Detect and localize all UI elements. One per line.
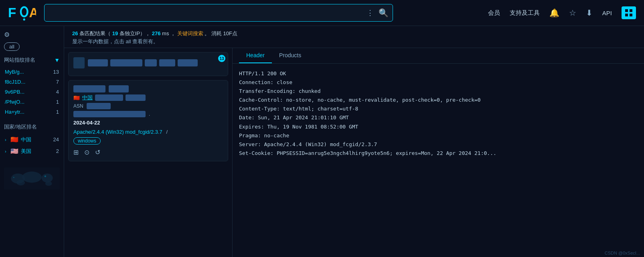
refresh-button[interactable]: ↺ — [95, 149, 100, 156]
nav-member[interactable]: 会员 — [488, 9, 500, 17]
filter-icon[interactable]: ⚙ — [4, 31, 10, 38]
fingerprint-item[interactable]: /PfwjO...1 — [4, 97, 60, 107]
domain-tag[interactable] — [159, 59, 175, 66]
fingerprint-item[interactable]: Ha+ytr...1 — [4, 107, 60, 117]
search-bar[interactable]: app="LANWON-临床浏览系统" ⋮ 🔍 — [44, 4, 393, 22]
header-line: HTTP/1.1 200 OK — [239, 69, 638, 78]
grid-icon — [625, 9, 633, 17]
os-tag: windows — [73, 137, 101, 145]
tab-header[interactable]: Header — [239, 48, 272, 63]
svg-point-2 — [22, 8, 26, 16]
country-item[interactable]: › 🇺🇸 美国 2 — [4, 145, 60, 157]
country-flag: 🇨🇳 — [73, 95, 80, 101]
content-area: 26 条匹配结果（ 19 条独立IP）， 276 ms ， 关键词搜索 。 消耗… — [64, 26, 644, 257]
host-row: . — [73, 111, 223, 117]
domain-tag[interactable] — [145, 59, 157, 66]
bell-icon[interactable]: 🔔 — [549, 8, 559, 18]
tag-all[interactable]: all — [4, 42, 20, 51]
tabs-row: Header Products — [233, 48, 644, 64]
ip-extra[interactable] — [109, 85, 129, 92]
rank-filter-icon[interactable]: ▼ — [54, 57, 60, 63]
header-line: Expires: Thu, 19 Nov 1981 08:52:00 GMT — [239, 122, 638, 131]
header-line: Set-Cookie: PHPSESSID=anrug5e3ngch4lhirg… — [239, 149, 638, 158]
country-item[interactable]: › 🇨🇳 中国 24 — [4, 134, 60, 145]
header-line: Transfer-Encoding: chunked — [239, 87, 638, 96]
results-main: 13 🇨🇳 中国 — [64, 48, 644, 257]
os-tag-container: windows — [73, 137, 223, 145]
nav-support[interactable]: 支持及工具 — [510, 9, 540, 17]
date-row: 2024-04-22 — [73, 120, 223, 126]
card-actions: ⊞ ⊙ ↺ — [73, 149, 223, 156]
3d-view-button[interactable]: ⊙ — [84, 149, 89, 156]
unique-ip-count: 19 — [112, 30, 118, 36]
header-line: Connection: close — [239, 78, 638, 87]
logo[interactable]: F A — [8, 3, 36, 23]
country-list: › 🇨🇳 中国 24 › 🇺🇸 美国 2 — [4, 134, 60, 157]
keyword-search-link[interactable]: 关键词搜索 — [177, 30, 203, 36]
grid-view-button[interactable] — [622, 6, 636, 19]
svg-point-14 — [45, 181, 52, 186]
host-value — [73, 111, 146, 117]
header-line: Pragma: no-cache — [239, 131, 638, 140]
svg-rect-8 — [630, 14, 632, 16]
header-line: Date: Sun, 21 Apr 2024 21:01:10 GMT — [239, 113, 638, 122]
filter-row: ⚙ — [4, 31, 60, 38]
domain-tag[interactable] — [178, 59, 198, 66]
results-list: 13 🇨🇳 中国 — [64, 48, 233, 257]
search-input[interactable]: app="LANWON-临床浏览系统" — [49, 10, 367, 16]
search-button[interactable]: 🔍 — [379, 8, 389, 18]
svg-rect-6 — [630, 9, 632, 12]
code-view-button[interactable]: ⊞ — [73, 149, 79, 156]
card1-top: 13 — [73, 57, 223, 68]
total-count: 26 — [72, 30, 78, 36]
ip-value[interactable] — [73, 85, 105, 92]
country-row: 🇨🇳 中国 — [73, 94, 223, 101]
asn-label: ASN — [73, 103, 83, 109]
svg-point-12 — [42, 173, 53, 182]
download-icon[interactable]: ⬇ — [586, 8, 593, 18]
server-value: Apache/2.4.4 (Win32) mod_fcgid/2.3.7 — [73, 129, 162, 135]
domain-tag[interactable] — [110, 59, 142, 66]
star-icon[interactable]: ☆ — [569, 8, 576, 18]
svg-point-15 — [45, 175, 46, 177]
fingerprint-item[interactable]: f8cJ1D...7 — [4, 77, 60, 87]
svg-point-4 — [23, 18, 25, 20]
nav-right: 会员 支持及工具 🔔 ☆ ⬇ API — [488, 6, 636, 19]
svg-point-11 — [22, 172, 42, 183]
sidebar: ⚙ all 网站指纹排名 ▼ MyB/g...13f8cJ1D...79v6PB… — [0, 26, 64, 257]
ip-row — [73, 85, 223, 92]
svg-rect-5 — [625, 9, 628, 12]
header-line: Cache-Control: no-store, no-cache, must-… — [239, 96, 638, 104]
asn-row: ASN — [73, 103, 223, 109]
country-link[interactable]: 中国 — [82, 94, 93, 101]
isp-blurred — [95, 94, 123, 101]
main-layout: ⚙ all 网站指纹排名 ▼ MyB/g...13f8cJ1D...79v6PB… — [0, 26, 644, 257]
country-rank-title: 国家/地区排名 — [4, 123, 60, 131]
asn-value — [87, 103, 111, 109]
results-summary: 26 条匹配结果（ 19 条独立IP）， 276 ms ， 关键词搜索 。 消耗… — [72, 30, 636, 37]
tab-products[interactable]: Products — [272, 48, 308, 63]
card1-thumb — [73, 57, 85, 68]
server-info: Apache/2.4.4 (Win32) mod_fcgid/2.3.7 / — [73, 129, 223, 135]
time-ms: 276 — [152, 30, 161, 36]
nav-api[interactable]: API — [602, 10, 612, 16]
website-rank-title: 网站指纹排名 ▼ — [4, 56, 60, 64]
header-line: Content-Type: text/html; charset=utf-8 — [239, 104, 638, 113]
city-blurred — [126, 94, 146, 101]
navbar: F A app="LANWON-临床浏览系统" ⋮ 🔍 会员 支持及工具 🔔 ☆… — [0, 0, 644, 26]
fingerprint-item[interactable]: 9v6PB...4 — [4, 87, 60, 97]
header-line: Server: Apache/2.4.4 (Win32) mod_fcgid/2… — [239, 140, 638, 149]
fingerprint-item[interactable]: MyB/g...13 — [4, 67, 60, 77]
card1-badge: 13 — [218, 55, 225, 62]
world-map-container — [4, 163, 60, 195]
more-options-icon[interactable]: ⋮ — [367, 8, 374, 17]
header-content: HTTP/1.1 200 OKConnection: closeTransfer… — [233, 64, 644, 257]
fingerprint-list: MyB/g...13f8cJ1D...79v6PB...4/PfwjO...1H… — [4, 67, 60, 117]
card1-domains — [88, 59, 223, 66]
domain-tag[interactable] — [88, 59, 108, 66]
result-card-2: 🇨🇳 中国 ASN . — [68, 80, 228, 161]
watermark: CSDN @0xSecI... — [605, 251, 640, 255]
results-bar: 26 条匹配结果（ 19 条独立IP）， 276 ms ， 关键词搜索 。 消耗… — [64, 26, 644, 48]
world-map — [4, 167, 60, 191]
results-note: 显示一年内数据，点击 all 查看所有。 — [72, 38, 636, 45]
